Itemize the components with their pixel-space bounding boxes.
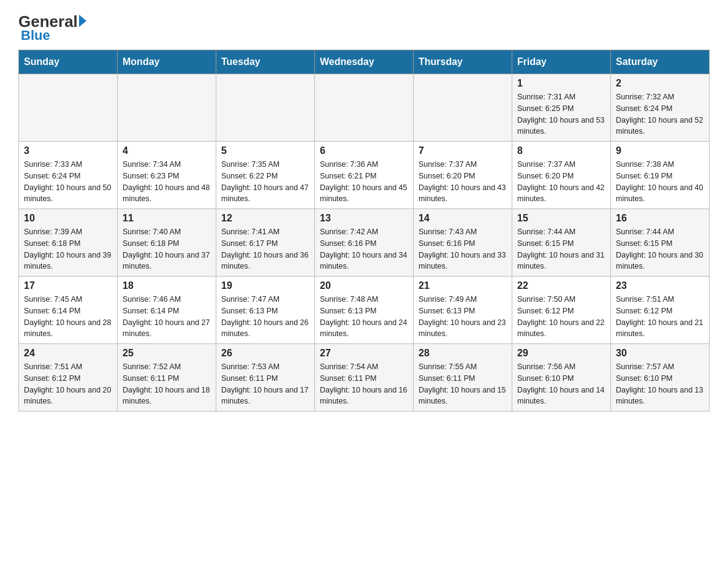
day-number: 23: [616, 280, 704, 291]
calendar-table: SundayMondayTuesdayWednesdayThursdayFrid…: [18, 50, 710, 412]
day-number: 3: [24, 145, 112, 156]
day-number: 14: [419, 213, 507, 224]
calendar-cell: 12Sunrise: 7:41 AMSunset: 6:17 PMDayligh…: [216, 209, 315, 277]
calendar-cell: 28Sunrise: 7:55 AMSunset: 6:11 PMDayligh…: [414, 344, 512, 412]
day-number: 15: [517, 213, 605, 224]
calendar-cell: 27Sunrise: 7:54 AMSunset: 6:11 PMDayligh…: [315, 344, 414, 412]
calendar-cell: 16Sunrise: 7:44 AMSunset: 6:15 PMDayligh…: [611, 209, 710, 277]
calendar-cell: 5Sunrise: 7:35 AMSunset: 6:22 PMDaylight…: [216, 142, 315, 209]
weekday-header-wednesday: Wednesday: [315, 50, 414, 74]
calendar-cell: 13Sunrise: 7:42 AMSunset: 6:16 PMDayligh…: [315, 209, 414, 277]
day-number: 12: [221, 213, 309, 224]
calendar-week-row: 10Sunrise: 7:39 AMSunset: 6:18 PMDayligh…: [19, 209, 710, 277]
day-info: Sunrise: 7:54 AMSunset: 6:11 PMDaylight:…: [320, 361, 408, 407]
calendar-cell: 18Sunrise: 7:46 AMSunset: 6:14 PMDayligh…: [118, 277, 216, 344]
day-info: Sunrise: 7:36 AMSunset: 6:21 PMDaylight:…: [320, 159, 408, 205]
calendar-cell: [315, 74, 414, 142]
weekday-header-sunday: Sunday: [19, 50, 118, 74]
day-info: Sunrise: 7:41 AMSunset: 6:17 PMDaylight:…: [221, 226, 309, 272]
calendar-week-row: 24Sunrise: 7:51 AMSunset: 6:12 PMDayligh…: [19, 344, 710, 412]
day-number: 6: [320, 145, 408, 156]
calendar-cell: 21Sunrise: 7:49 AMSunset: 6:13 PMDayligh…: [414, 277, 512, 344]
page-header: General Blue: [18, 12, 710, 44]
day-info: Sunrise: 7:37 AMSunset: 6:20 PMDaylight:…: [419, 159, 507, 205]
day-number: 19: [221, 280, 309, 291]
day-number: 24: [24, 348, 112, 359]
day-info: Sunrise: 7:56 AMSunset: 6:10 PMDaylight:…: [517, 361, 605, 407]
calendar-cell: 22Sunrise: 7:50 AMSunset: 6:12 PMDayligh…: [512, 277, 611, 344]
weekday-header-tuesday: Tuesday: [216, 50, 315, 74]
weekday-header-friday: Friday: [512, 50, 611, 74]
calendar-cell: 29Sunrise: 7:56 AMSunset: 6:10 PMDayligh…: [512, 344, 611, 412]
calendar-cell: 2Sunrise: 7:32 AMSunset: 6:24 PMDaylight…: [611, 74, 710, 142]
day-number: 2: [616, 78, 704, 89]
calendar-cell: 7Sunrise: 7:37 AMSunset: 6:20 PMDaylight…: [414, 142, 512, 209]
calendar-cell: 4Sunrise: 7:34 AMSunset: 6:23 PMDaylight…: [118, 142, 216, 209]
day-number: 4: [123, 145, 211, 156]
day-info: Sunrise: 7:32 AMSunset: 6:24 PMDaylight:…: [616, 91, 704, 137]
day-info: Sunrise: 7:37 AMSunset: 6:20 PMDaylight:…: [517, 159, 605, 205]
calendar-cell: [414, 74, 512, 142]
day-number: 7: [419, 145, 507, 156]
day-number: 11: [123, 213, 211, 224]
calendar-cell: 14Sunrise: 7:43 AMSunset: 6:16 PMDayligh…: [414, 209, 512, 277]
day-info: Sunrise: 7:33 AMSunset: 6:24 PMDaylight:…: [24, 159, 112, 205]
day-number: 26: [221, 348, 309, 359]
calendar-cell: 8Sunrise: 7:37 AMSunset: 6:20 PMDaylight…: [512, 142, 611, 209]
day-info: Sunrise: 7:31 AMSunset: 6:25 PMDaylight:…: [517, 91, 605, 137]
logo: General Blue: [18, 12, 86, 44]
calendar-cell: 19Sunrise: 7:47 AMSunset: 6:13 PMDayligh…: [216, 277, 315, 344]
calendar-cell: [19, 74, 118, 142]
calendar-cell: 15Sunrise: 7:44 AMSunset: 6:15 PMDayligh…: [512, 209, 611, 277]
day-number: 9: [616, 145, 704, 156]
day-info: Sunrise: 7:47 AMSunset: 6:13 PMDaylight:…: [221, 294, 309, 340]
calendar-cell: 1Sunrise: 7:31 AMSunset: 6:25 PMDaylight…: [512, 74, 611, 142]
day-info: Sunrise: 7:45 AMSunset: 6:14 PMDaylight:…: [24, 294, 112, 340]
weekday-header-monday: Monday: [118, 50, 216, 74]
day-info: Sunrise: 7:35 AMSunset: 6:22 PMDaylight:…: [221, 159, 309, 205]
calendar-cell: 3Sunrise: 7:33 AMSunset: 6:24 PMDaylight…: [19, 142, 118, 209]
day-info: Sunrise: 7:42 AMSunset: 6:16 PMDaylight:…: [320, 226, 408, 272]
day-info: Sunrise: 7:57 AMSunset: 6:10 PMDaylight:…: [616, 361, 704, 407]
day-info: Sunrise: 7:49 AMSunset: 6:13 PMDaylight:…: [419, 294, 507, 340]
calendar-cell: 9Sunrise: 7:38 AMSunset: 6:19 PMDaylight…: [611, 142, 710, 209]
calendar-cell: 20Sunrise: 7:48 AMSunset: 6:13 PMDayligh…: [315, 277, 414, 344]
day-info: Sunrise: 7:50 AMSunset: 6:12 PMDaylight:…: [517, 294, 605, 340]
calendar-week-row: 17Sunrise: 7:45 AMSunset: 6:14 PMDayligh…: [19, 277, 710, 344]
calendar-cell: 6Sunrise: 7:36 AMSunset: 6:21 PMDaylight…: [315, 142, 414, 209]
day-number: 22: [517, 280, 605, 291]
day-number: 10: [24, 213, 112, 224]
day-info: Sunrise: 7:53 AMSunset: 6:11 PMDaylight:…: [221, 361, 309, 407]
weekday-header-row: SundayMondayTuesdayWednesdayThursdayFrid…: [19, 50, 710, 74]
day-info: Sunrise: 7:55 AMSunset: 6:11 PMDaylight:…: [419, 361, 507, 407]
calendar-cell: 24Sunrise: 7:51 AMSunset: 6:12 PMDayligh…: [19, 344, 118, 412]
calendar-cell: 25Sunrise: 7:52 AMSunset: 6:11 PMDayligh…: [118, 344, 216, 412]
day-number: 18: [123, 280, 211, 291]
day-info: Sunrise: 7:43 AMSunset: 6:16 PMDaylight:…: [419, 226, 507, 272]
day-info: Sunrise: 7:38 AMSunset: 6:19 PMDaylight:…: [616, 159, 704, 205]
calendar-cell: 10Sunrise: 7:39 AMSunset: 6:18 PMDayligh…: [19, 209, 118, 277]
logo-arrow-icon: [79, 15, 86, 27]
day-number: 30: [616, 348, 704, 359]
logo-sub: Blue: [21, 28, 50, 44]
day-number: 28: [419, 348, 507, 359]
calendar-cell: [118, 74, 216, 142]
day-number: 20: [320, 280, 408, 291]
day-info: Sunrise: 7:44 AMSunset: 6:15 PMDaylight:…: [616, 226, 704, 272]
day-number: 5: [221, 145, 309, 156]
day-number: 25: [123, 348, 211, 359]
day-number: 29: [517, 348, 605, 359]
calendar-cell: 26Sunrise: 7:53 AMSunset: 6:11 PMDayligh…: [216, 344, 315, 412]
calendar-cell: 11Sunrise: 7:40 AMSunset: 6:18 PMDayligh…: [118, 209, 216, 277]
day-info: Sunrise: 7:39 AMSunset: 6:18 PMDaylight:…: [24, 226, 112, 272]
day-number: 21: [419, 280, 507, 291]
day-info: Sunrise: 7:34 AMSunset: 6:23 PMDaylight:…: [123, 159, 211, 205]
day-info: Sunrise: 7:51 AMSunset: 6:12 PMDaylight:…: [616, 294, 704, 340]
day-info: Sunrise: 7:46 AMSunset: 6:14 PMDaylight:…: [123, 294, 211, 340]
calendar-week-row: 1Sunrise: 7:31 AMSunset: 6:25 PMDaylight…: [19, 74, 710, 142]
day-number: 17: [24, 280, 112, 291]
day-info: Sunrise: 7:44 AMSunset: 6:15 PMDaylight:…: [517, 226, 605, 272]
day-number: 16: [616, 213, 704, 224]
calendar-cell: 23Sunrise: 7:51 AMSunset: 6:12 PMDayligh…: [611, 277, 710, 344]
weekday-header-thursday: Thursday: [414, 50, 512, 74]
